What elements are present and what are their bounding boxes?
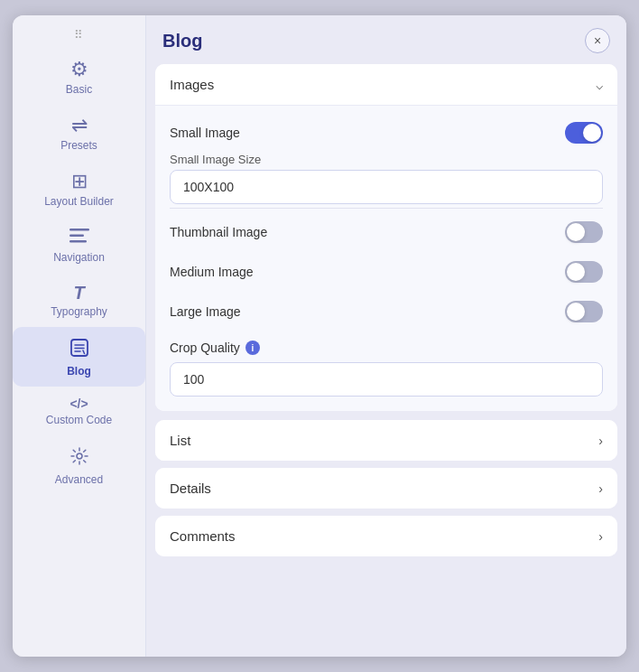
details-section: Details ›: [155, 468, 617, 509]
images-section-label: Images: [170, 77, 214, 92]
sidebar-item-basic[interactable]: ⚙ Basic: [13, 49, 145, 105]
list-section-header[interactable]: List ›: [155, 420, 617, 461]
crop-quality-group: Crop Quality i: [170, 331, 603, 397]
close-icon: ×: [594, 33, 601, 48]
panel-content: Images ⌵ Small Image Small Image Size: [146, 64, 626, 657]
medium-image-toggle[interactable]: [565, 261, 603, 283]
toggle-knob: [567, 303, 585, 321]
main-panel: Blog × Images ⌵ Small Image: [146, 15, 626, 657]
sidebar-item-typography[interactable]: T Typography: [13, 273, 145, 327]
toggle-knob: [567, 223, 585, 241]
gear-icon: ⚙: [70, 60, 88, 79]
panel-title: Blog: [162, 31, 202, 51]
svg-rect-1: [69, 235, 84, 238]
details-section-label: Details: [170, 481, 211, 496]
chevron-right-icon: ›: [598, 481, 603, 496]
comments-section-header[interactable]: Comments ›: [155, 516, 617, 556]
presets-icon: ⇌: [71, 116, 88, 135]
small-image-toggle[interactable]: [565, 122, 603, 144]
toggle-knob: [583, 124, 601, 142]
small-image-label: Small Image: [170, 126, 240, 140]
sidebar-item-label: Advanced: [55, 473, 103, 486]
sidebar-item-layout-builder[interactable]: ⊞ Layout Builder: [13, 161, 145, 217]
svg-rect-0: [69, 229, 89, 231]
images-section-body: Small Image Small Image Size Thumbnail I…: [155, 105, 617, 411]
images-section: Images ⌵ Small Image Small Image Size: [155, 64, 617, 411]
thumbnail-image-row: Thumbnail Image: [170, 212, 603, 252]
small-image-size-label: Small Image Size: [170, 153, 603, 166]
divider: [170, 208, 603, 209]
sidebar-item-advanced[interactable]: Advanced: [13, 435, 145, 495]
small-image-row: Small Image: [170, 113, 603, 153]
typography-icon: T: [73, 284, 84, 302]
large-image-label: Large Image: [170, 304, 241, 319]
medium-image-label: Medium Image: [170, 265, 254, 279]
sidebar-item-label: Basic: [66, 83, 92, 96]
sidebar-item-label: Presets: [60, 139, 97, 152]
svg-rect-2: [69, 240, 87, 243]
crop-quality-input[interactable]: [170, 362, 603, 397]
thumbnail-image-toggle[interactable]: [565, 221, 603, 243]
chevron-down-icon: ⌵: [596, 78, 603, 92]
info-icon[interactable]: i: [245, 341, 260, 355]
sidebar-item-custom-code[interactable]: </> Custom Code: [13, 387, 145, 435]
thumbnail-image-label: Thumbnail Image: [170, 225, 267, 239]
comments-section: Comments ›: [155, 516, 617, 556]
sidebar-item-label: Navigation: [53, 251, 105, 264]
sidebar-item-label: Blog: [67, 365, 91, 378]
code-icon: </>: [69, 397, 88, 410]
small-image-size-input[interactable]: [170, 170, 603, 204]
sidebar-item-label: Custom Code: [46, 414, 112, 426]
advanced-icon: [69, 446, 89, 470]
large-image-toggle[interactable]: [565, 301, 603, 322]
sidebar-item-navigation[interactable]: Navigation: [13, 217, 145, 273]
crop-quality-label: Crop Quality i: [170, 341, 260, 355]
medium-image-row: Medium Image: [170, 252, 603, 292]
sidebar-item-blog[interactable]: Blog: [13, 327, 145, 387]
chevron-right-icon: ›: [598, 434, 603, 448]
list-section-label: List: [170, 433, 190, 448]
sidebar-item-label: Typography: [51, 305, 107, 318]
svg-point-7: [77, 453, 82, 459]
panel-header: Blog ×: [146, 15, 626, 64]
sidebar-item-label: Layout Builder: [44, 195, 114, 208]
large-image-row: Large Image: [170, 292, 603, 331]
navigation-icon: [69, 228, 89, 247]
images-section-header[interactable]: Images ⌵: [155, 64, 617, 105]
small-image-size-group: Small Image Size: [170, 153, 603, 204]
comments-section-label: Comments: [170, 528, 236, 544]
close-button[interactable]: ×: [585, 28, 610, 53]
chevron-right-icon: ›: [598, 529, 603, 544]
sidebar: ⠿ ⚙ Basic ⇌ Presets ⊞ Layout Builder Nav…: [13, 15, 146, 657]
details-section-header[interactable]: Details ›: [155, 468, 617, 509]
layout-icon: ⊞: [71, 172, 88, 191]
blog-icon: [69, 338, 89, 361]
drag-handle: ⠿: [74, 28, 85, 42]
crop-quality-label-row: Crop Quality i: [170, 331, 603, 359]
toggle-knob: [567, 263, 585, 281]
sidebar-item-presets[interactable]: ⇌ Presets: [13, 105, 145, 161]
list-section: List ›: [155, 420, 617, 461]
